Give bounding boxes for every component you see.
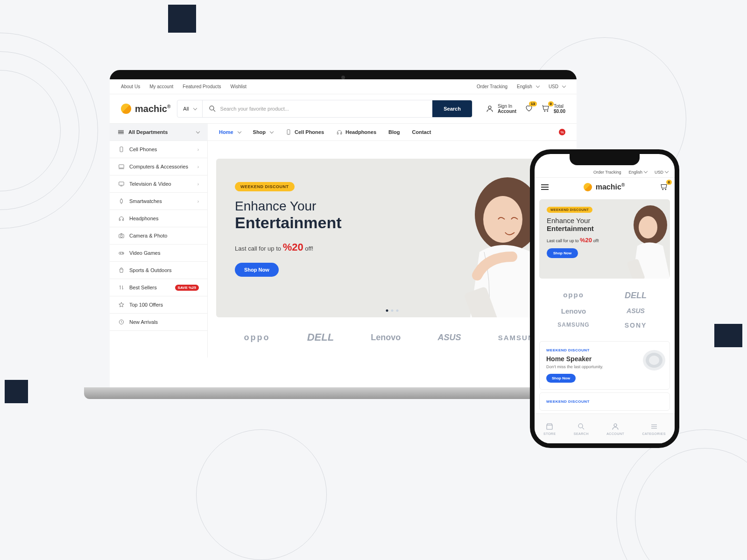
brand-oppo[interactable]: oppo [244, 333, 270, 343]
brand-dell[interactable]: DELL [307, 331, 334, 343]
mobile-logo[interactable]: machic® [584, 182, 625, 191]
mobile-brand-asus[interactable]: ASUS [608, 307, 663, 315]
hero-tag: WEEKEND DISCOUNT [235, 182, 295, 191]
bg-square [714, 324, 742, 347]
svg-point-22 [662, 189, 663, 190]
nav-headphones[interactable]: Headphones [336, 129, 376, 135]
chevron-down-icon [268, 129, 273, 135]
dept-watches[interactable]: Smartwatches› [110, 193, 207, 210]
top-link-about[interactable]: About Us [121, 84, 140, 89]
mobile-nav-categories[interactable]: CATEGORIES [642, 422, 665, 435]
dept-tv[interactable]: Television & Video› [110, 175, 207, 193]
shop-now-button[interactable]: Shop Now [235, 263, 279, 277]
cart-link[interactable]: 0 Total$0.00 [542, 104, 565, 114]
wishlist-link[interactable]: 13 [525, 104, 533, 113]
brand-asus[interactable]: ASUS [438, 333, 461, 343]
headphones-icon [118, 215, 125, 222]
nav-bar: All Departments Home Shop Cell Phones He… [110, 123, 577, 141]
tv-icon [118, 181, 125, 187]
departments-label: All Departments [128, 129, 168, 135]
brand-lenovo[interactable]: Lenovo [371, 333, 401, 343]
top-link-account[interactable]: My account [149, 84, 173, 89]
mobile-language-select[interactable]: English [628, 170, 647, 175]
dept-new-arrivals[interactable]: New Arrivals [110, 314, 207, 331]
promo-badge-icon: % [559, 129, 565, 135]
nav-shop[interactable]: Shop [253, 129, 274, 135]
svg-rect-30 [547, 425, 552, 429]
mobile-currency-select[interactable]: USD [655, 170, 668, 175]
menu-icon [650, 422, 658, 431]
mobile-cart-count: 0 [666, 180, 672, 185]
chevron-down-icon [535, 84, 539, 89]
mobile-brand-samsung[interactable]: SAMSUNG [546, 322, 601, 329]
nav-home[interactable]: Home [219, 129, 241, 135]
save-badge: SAVE %25 [175, 285, 199, 291]
top-link-featured[interactable]: Featured Products [183, 84, 221, 89]
search-bar: All Search your favorite product... Sear… [177, 100, 472, 118]
top-link-tracking[interactable]: Order Tracking [477, 84, 507, 89]
logo-icon [121, 104, 131, 114]
chevron-down-icon [561, 84, 565, 89]
speaker-icon [633, 346, 666, 379]
promo-shop-now-button[interactable]: Shop Now [546, 374, 576, 383]
mobile-brand-dell[interactable]: DELL [608, 291, 663, 301]
nav-cell-phones[interactable]: Cell Phones [285, 129, 324, 135]
dept-sports[interactable]: Sports & Outdoors [110, 262, 207, 279]
mobile-order-tracking[interactable]: Order Tracking [593, 170, 621, 175]
mobile-nav-store[interactable]: STORE [543, 422, 556, 435]
brand-row: oppo DELL Lenovo ASUS SAMSUNG [216, 317, 568, 357]
mobile-brand-sony[interactable]: SONY [608, 322, 663, 329]
mobile-viewport: Order Tracking English USD machic® 0 WEE… [535, 167, 675, 443]
chevron-down-icon [236, 129, 241, 135]
star-icon [118, 301, 125, 308]
mobile-bottom-nav: STORE SEARCH ACCOUNT CATEGORIES [535, 413, 675, 443]
dept-best-sellers[interactable]: Best SellersSAVE %25 [110, 279, 207, 296]
mobile-brand-oppo[interactable]: oppo [546, 291, 601, 301]
svg-rect-12 [122, 219, 123, 221]
main-nav: Home Shop Cell Phones Headphones Blog Co… [208, 124, 559, 140]
currency-select[interactable]: USD [549, 84, 565, 89]
mobile-cart-link[interactable]: 0 [660, 182, 668, 192]
department-sidebar: Cell Phones› Computers & Accessories› Te… [110, 141, 208, 357]
dept-computers[interactable]: Computers & Accessories› [110, 158, 207, 175]
user-icon [486, 105, 494, 113]
svg-point-14 [120, 235, 123, 238]
svg-point-16 [122, 252, 123, 253]
search-icon [577, 422, 585, 431]
search-input[interactable]: Search your favorite product... [203, 100, 433, 117]
svg-point-20 [483, 196, 522, 243]
mobile-menu-button[interactable] [541, 184, 549, 190]
svg-point-2 [544, 111, 545, 112]
language-select[interactable]: English [517, 84, 539, 89]
dept-games[interactable]: Video Games [110, 245, 207, 262]
bg-square [5, 380, 28, 403]
account-link[interactable]: Sign InAccount [486, 104, 516, 114]
dept-cell-phones[interactable]: Cell Phones› [110, 141, 207, 158]
hero-banner: WEEKEND DISCOUNT Enhance Your Entertainm… [216, 159, 568, 317]
search-category-select[interactable]: All [177, 100, 202, 117]
mobile-nav-search[interactable]: SEARCH [574, 422, 589, 435]
mobile-promo-speaker[interactable]: WEEKEND DISCOUNT Home Speaker Don't miss… [539, 341, 670, 390]
mobile-hero-banner: WEEKEND DISCOUNT Enhance Your Entertainm… [539, 199, 670, 279]
mobile-promo-2[interactable]: WEEKEND DISCOUNT [539, 392, 670, 411]
mobile-shop-now-button[interactable]: Shop Now [547, 248, 578, 258]
dept-headphones[interactable]: Headphones [110, 210, 207, 227]
search-button[interactable]: Search [432, 100, 472, 117]
svg-rect-4 [287, 130, 290, 135]
svg-point-32 [614, 424, 617, 427]
logo[interactable]: machic® [121, 104, 170, 114]
dept-top-offers[interactable]: Top 100 Offers [110, 296, 207, 314]
hero-pagination[interactable] [386, 309, 399, 312]
top-link-wishlist[interactable]: Wishlist [231, 84, 247, 89]
nav-blog[interactable]: Blog [388, 129, 400, 135]
dept-camera[interactable]: Camera & Photo [110, 227, 207, 245]
mobile-nav-account[interactable]: ACCOUNT [606, 422, 624, 435]
mobile-brand-lenovo[interactable]: Lenovo [546, 307, 601, 315]
header-bar: machic® All Search your favorite product… [110, 94, 577, 123]
account-top-label: Sign In [498, 104, 516, 109]
mobile-hero-image [614, 199, 670, 279]
nav-contact[interactable]: Contact [412, 129, 431, 135]
all-departments-toggle[interactable]: All Departments [110, 124, 208, 140]
main-body: Cell Phones› Computers & Accessories› Te… [110, 141, 577, 357]
logo-registered: ® [167, 104, 170, 109]
